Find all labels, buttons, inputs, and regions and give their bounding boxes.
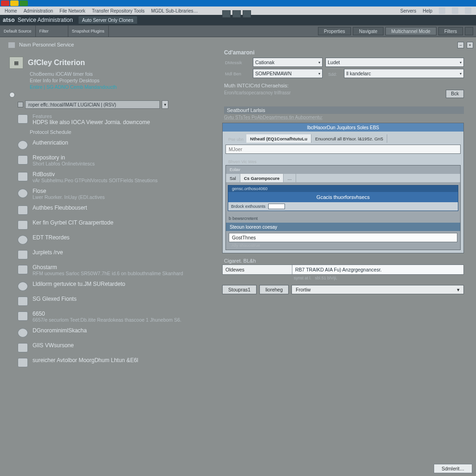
ldd-item[interactable]: Lldilorm gertuvice tu.JM SURetardeto bbox=[18, 281, 209, 291]
characters-hint: Eron/tcarlsopecaracnoy trilfrassr bbox=[224, 90, 291, 95]
criterion-search-input[interactable] bbox=[25, 100, 160, 109]
ribbon-btn-filters[interactable]: Filters bbox=[438, 27, 463, 35]
ally-caption: Ally shauostrue bbox=[231, 243, 457, 248]
ribbon-btn-multich[interactable]: Multichannel Mode bbox=[385, 27, 436, 35]
menu-tools[interactable]: Transfer Repository Tools bbox=[92, 8, 145, 13]
docron-item[interactable]: DGnorominimlSkacha bbox=[18, 327, 209, 337]
split-sub: synst at l. sbl.51 blViji, bbox=[294, 276, 464, 280]
repository-item-sub: Short Labfos Onlinetvintescs bbox=[33, 161, 95, 166]
title-icon-b[interactable] bbox=[232, 10, 241, 18]
flose-item-sub: Lwer Ruorker. InUay (EDI.actives bbox=[33, 194, 105, 200]
inner-tab-c[interactable]: … bbox=[284, 174, 296, 182]
auth-item[interactable]: Authenrication bbox=[18, 139, 209, 150]
inner-tabs[interactable]: Sal Cs Garompscure … bbox=[226, 174, 460, 182]
dash-tab-a[interactable]: Ntheatl (EQ1CornafhtutuLu bbox=[246, 134, 311, 143]
dashboard-title: IbclHaoorDun Juquitors Soles EBS bbox=[223, 123, 463, 132]
viswerse-item[interactable]: GlIS VWsursone bbox=[18, 342, 209, 352]
jarplet-item-title: Jurplets /rve bbox=[33, 249, 63, 256]
mdlben-label: Mdl Ben bbox=[222, 71, 250, 76]
app-titlebar: atso Service Administration Auto Server … bbox=[0, 15, 476, 25]
ribbon-slot-snapshot[interactable]: Snapshot Plugins bbox=[68, 26, 109, 37]
dashboard-tabs[interactable]: Ntheatl (EQ1CornafhtutuLu Enuoncrull all… bbox=[246, 134, 461, 143]
repository-item-title: Repository in bbox=[33, 154, 65, 161]
titlebar-tab[interactable]: Auto Server Only Clones bbox=[79, 16, 137, 24]
left-column: ▦ GfCley Criterion ChoBeemu iOCAW timer … bbox=[9, 54, 209, 368]
ribbon-btn-navigate[interactable]: Navigate bbox=[353, 27, 383, 35]
eot-item[interactable]: EDT TReordes bbox=[18, 234, 209, 245]
title-icon-a[interactable] bbox=[222, 10, 231, 18]
search-prefix-icon bbox=[18, 102, 23, 107]
kerfin-item[interactable]: Ker fin Gyrbel CIT Graarperttode bbox=[18, 219, 209, 230]
mdlben-side-select[interactable]: ll kandelarc▾ bbox=[344, 69, 464, 78]
auth-fb-item-title: Authbes Fleubbousert bbox=[33, 205, 87, 211]
mixer-input[interactable] bbox=[225, 145, 461, 154]
eot-item-icon bbox=[18, 235, 28, 245]
characters-label: Muth INTCICrtd Cheraehsis: bbox=[224, 83, 464, 88]
derbos-button[interactable]: lioreheg bbox=[259, 285, 289, 294]
dashboard-panel: IbclHaoorDun Juquitors Soles EBS Pse ubn… bbox=[222, 123, 464, 253]
auth-item-icon bbox=[18, 140, 28, 150]
breadcrumb[interactable]: Navn Personnel Service bbox=[8, 42, 74, 48]
inner-tab-cs[interactable]: Cs Garompscure bbox=[240, 174, 284, 182]
searchui-sub[interactable]: Gvtu STsTes PoAbDeqartmess.tin Aubpoment… bbox=[224, 115, 464, 120]
blue-search-box[interactable] bbox=[268, 204, 285, 209]
menu-home[interactable]: Home bbox=[5, 8, 17, 13]
path-label: DMessik bbox=[222, 60, 250, 65]
sureicher-item[interactable]: sureicher Avtolbor MoorgDhum Lhtun &E6l bbox=[18, 357, 209, 367]
blue-caption: Brdock exthousnts bbox=[231, 204, 265, 209]
path-select-b[interactable]: Ludet▾ bbox=[325, 58, 464, 67]
mdlben-select[interactable]: SOMPENMAWN▾ bbox=[253, 69, 323, 78]
feature-line: HDPS like also IOCA Viewer Jornia. downc… bbox=[33, 119, 150, 126]
bailey-label: Eolav bbox=[230, 167, 240, 172]
blue-highlight-panel: gensc.orthoso4060 Gcacis thuorforsvhsecs… bbox=[228, 185, 458, 211]
inner-panel: Eolav Sal Cs Garompscure … gensc.orthoso… bbox=[225, 165, 461, 250]
bones-label: Bhven Vic Wes bbox=[228, 159, 461, 164]
back-button[interactable]: Bck bbox=[446, 90, 464, 98]
page-close-icon[interactable]: × bbox=[467, 42, 473, 48]
jarplet-item[interactable]: Jurplets /rve bbox=[18, 249, 209, 259]
other-dropdown[interactable]: Frortiw▾ bbox=[291, 285, 464, 294]
feature-icon bbox=[18, 114, 28, 124]
6650-item[interactable]: 66506657/e securlom Teet:Db.itite Reardo… bbox=[18, 311, 209, 323]
rdbostiv-item[interactable]: RdBostivvAr Subhelmu.Peo GTPohlVorcuts S… bbox=[18, 171, 209, 183]
auth-fb-item[interactable]: Authbes Fleubbousert bbox=[18, 205, 209, 215]
ghostarm-item[interactable]: GhostarmRFM uovumes Sarloc SR50W7.7hE id… bbox=[18, 264, 209, 276]
footer-submit-button[interactable]: Sdmlerit… bbox=[434, 464, 472, 473]
viswerse-item-title: GlIS VWsursone bbox=[33, 342, 74, 349]
page-body: Navn Personnel Service × – ▦ GfCley Crit… bbox=[0, 37, 476, 476]
window-close-icon[interactable] bbox=[465, 7, 471, 14]
kerfin-item-title: Ker fin Gyrbel CIT Graarperttode bbox=[33, 219, 113, 226]
shared-fonts-item[interactable]: SG Glexed Fionts bbox=[18, 296, 209, 306]
menu-filenet[interactable]: File Network bbox=[60, 8, 86, 13]
menu-admin[interactable]: Administration bbox=[24, 8, 53, 13]
gosttunes-input[interactable]: GostThnes bbox=[229, 233, 457, 242]
dash-tab-b[interactable]: Enuoncrull all BYisor. l&19Sz. GnS bbox=[311, 134, 387, 143]
inner-tab-a[interactable]: Sal bbox=[226, 174, 240, 182]
suppress-button[interactable]: Stoupras1 bbox=[222, 285, 257, 294]
title-icon-c[interactable] bbox=[243, 10, 251, 18]
rdbostiv-item-icon bbox=[18, 172, 28, 181]
sureicher-item-title: sureicher Avtolbor MoorgDhum Lhtun &E6l bbox=[33, 357, 138, 364]
ghostarm-item-icon bbox=[18, 265, 28, 274]
page-title: GfCley Criterion bbox=[28, 59, 85, 67]
repository-item[interactable]: Repository inShort Labfos Onlinetvintesc… bbox=[18, 154, 209, 166]
auth-fb-item-icon bbox=[18, 205, 28, 215]
breadcrumb-icon bbox=[8, 42, 15, 48]
path-select-a[interactable]: Cationak▾ bbox=[253, 58, 323, 67]
blue-toolbar: Brdock exthousnts bbox=[228, 202, 458, 211]
start-red-icon[interactable] bbox=[1, 0, 9, 6]
start-green-icon[interactable] bbox=[20, 0, 28, 6]
flose-item[interactable]: FloseLwer Ruorker. InUay (EDI.actives bbox=[18, 188, 209, 200]
ribbon-btn-properties[interactable]: Properties bbox=[318, 27, 351, 35]
ribbon-square-icon[interactable] bbox=[465, 27, 473, 35]
split-left[interactable]: Oldewes bbox=[223, 265, 292, 274]
section-loaders-head[interactable]: Steoun looreon coesay bbox=[226, 223, 460, 231]
flose-item-title: Flose bbox=[33, 188, 46, 194]
ldd-item-title: Lldilorm gertuvice tu.JM SURetardeto bbox=[33, 281, 125, 287]
ribbon-slot-filter[interactable]: Filter bbox=[36, 26, 68, 37]
mdlben-sidecap: Sdd: bbox=[328, 72, 341, 77]
menu-sub[interactable]: MGDL Sub-Libraries… bbox=[151, 8, 198, 13]
start-yellow-icon[interactable] bbox=[10, 0, 19, 6]
search-chevron-icon[interactable]: ▾ bbox=[162, 100, 168, 109]
ribbon-slot-default[interactable]: Default Source bbox=[0, 26, 36, 37]
